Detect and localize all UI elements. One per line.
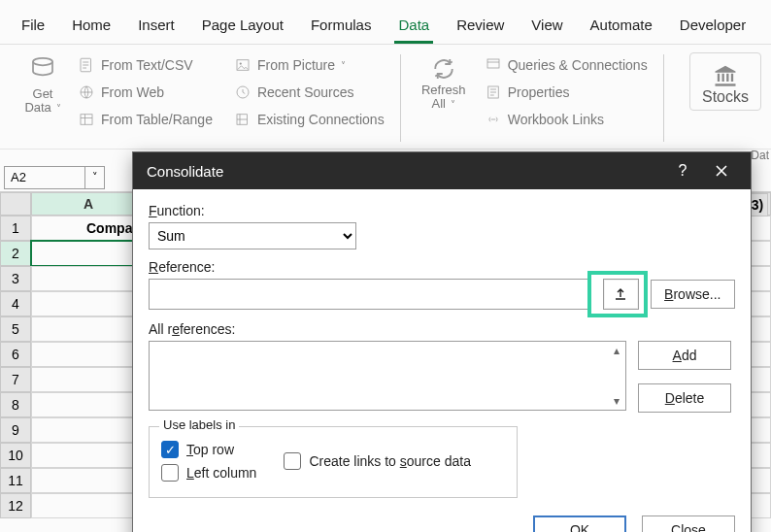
cell-a6[interactable]: [31, 342, 146, 367]
scroll-down-icon[interactable]: ▾: [610, 394, 623, 408]
all-references-list[interactable]: ▴ ▾: [149, 341, 626, 411]
from-web-button[interactable]: From Web: [74, 82, 217, 103]
cell-a4[interactable]: [31, 291, 146, 316]
menu-bar: File Home Insert Page Layout Formulas Da…: [0, 0, 771, 45]
name-box-value: A2: [11, 170, 26, 184]
globe-icon: [78, 83, 95, 101]
existing-connections-button[interactable]: Existing Connections: [230, 109, 388, 130]
row-header-6[interactable]: 6: [0, 342, 31, 367]
database-icon: [28, 54, 57, 83]
get-data-label2: Data: [24, 100, 50, 115]
queries-connections-button[interactable]: Queries & Connections: [481, 54, 652, 76]
left-column-label: Left column: [186, 465, 256, 481]
scroll-up-icon[interactable]: ▴: [610, 344, 623, 357]
recent-sources-button[interactable]: Recent Sources: [230, 82, 388, 103]
get-data-button[interactable]: Get Data ˅: [17, 52, 68, 116]
refresh-icon: [429, 54, 458, 83]
dialog-help-button[interactable]: ?: [663, 152, 702, 189]
use-labels-legend: Use labels in: [159, 417, 239, 432]
link-icon: [485, 111, 502, 128]
from-text-csv-button[interactable]: From Text/CSV: [74, 54, 217, 76]
row-header-11[interactable]: 11: [0, 468, 31, 493]
function-label: Function:: [149, 203, 735, 218]
cell-a3[interactable]: [31, 266, 146, 291]
reference-input[interactable]: [149, 279, 591, 310]
menu-automate[interactable]: Automate: [577, 7, 666, 43]
ribbon: Get Data ˅ From Text/CSV From Web From T…: [0, 45, 771, 150]
bank-icon: [709, 61, 742, 88]
menu-data[interactable]: Data: [385, 7, 443, 43]
from-table-range-button[interactable]: From Table/Range: [74, 109, 217, 130]
file-text-icon: [78, 56, 95, 74]
connections-icon: [234, 111, 251, 128]
left-column-checkbox[interactable]: [161, 464, 179, 482]
ribbon-group-label: Dat: [751, 149, 769, 162]
menu-review[interactable]: Review: [443, 7, 518, 43]
row-header-9[interactable]: 9: [0, 417, 31, 443]
properties-button[interactable]: Properties: [481, 82, 652, 103]
cell-a1[interactable]: Compan: [31, 216, 146, 241]
ribbon-group-queries: Refresh All ˅ Queries & Connections Prop…: [405, 52, 659, 130]
cell-a10[interactable]: [31, 443, 146, 468]
consolidate-dialog: Consolidate ? Function: Sum Reference: B…: [132, 151, 752, 532]
browse-button[interactable]: Browse...: [651, 280, 735, 309]
select-all-corner[interactable]: [0, 192, 31, 216]
create-links-label: Create links to source data: [309, 453, 471, 469]
cell-a5[interactable]: [31, 316, 146, 342]
from-picture-button[interactable]: From Picture ˅: [230, 54, 388, 76]
svg-rect-3: [81, 115, 92, 125]
svg-point-5: [240, 62, 242, 64]
menu-formulas[interactable]: Formulas: [297, 7, 386, 43]
create-links-checkbox[interactable]: [284, 452, 301, 470]
cell-a2[interactable]: [31, 241, 146, 266]
dialog-title: Consolidate: [147, 163, 223, 180]
row-header-2[interactable]: 2: [0, 241, 31, 266]
delete-button[interactable]: Delete: [638, 383, 731, 413]
cell-a12[interactable]: [31, 493, 146, 518]
properties-icon: [485, 83, 502, 101]
ok-button[interactable]: OK: [533, 515, 626, 532]
menu-page-layout[interactable]: Page Layout: [188, 7, 297, 43]
menu-view[interactable]: View: [518, 7, 576, 43]
row-header-7[interactable]: 7: [0, 367, 31, 392]
row-header-12[interactable]: 12: [0, 493, 31, 518]
recent-icon: [234, 83, 251, 101]
function-select[interactable]: Sum: [149, 222, 356, 249]
stocks-button[interactable]: Stocks: [689, 52, 761, 111]
menu-developer[interactable]: Developer: [666, 7, 759, 43]
cell-a9[interactable]: [31, 417, 146, 443]
row-header-5[interactable]: 5: [0, 316, 31, 342]
dialog-titlebar[interactable]: Consolidate ?: [133, 152, 751, 189]
close-icon: [715, 164, 728, 178]
col-header-a[interactable]: A: [31, 192, 146, 216]
cell-a8[interactable]: [31, 392, 146, 417]
top-row-label: Top row: [186, 442, 234, 457]
add-button[interactable]: Add: [638, 341, 731, 370]
row-header-1[interactable]: 1: [0, 216, 31, 241]
cell-a7[interactable]: [31, 367, 146, 392]
menu-insert[interactable]: Insert: [124, 7, 188, 43]
name-box-dropdown-icon[interactable]: ˅: [84, 167, 104, 188]
cell-a11[interactable]: [31, 468, 146, 493]
refresh-label2: All: [432, 96, 446, 111]
row-header-4[interactable]: 4: [0, 291, 31, 316]
row-header-3[interactable]: 3: [0, 266, 31, 291]
refresh-label1: Refresh: [421, 83, 466, 97]
dialog-close-button[interactable]: [702, 152, 741, 189]
tutorial-highlight: [587, 271, 648, 317]
picture-icon: [234, 56, 251, 74]
top-row-checkbox[interactable]: ✓: [161, 441, 179, 458]
refresh-all-button[interactable]: Refresh All ˅: [413, 52, 475, 112]
menu-file[interactable]: File: [8, 7, 58, 43]
get-data-label1: Get: [33, 87, 53, 101]
menu-home[interactable]: Home: [58, 7, 124, 43]
row-header-8[interactable]: 8: [0, 392, 31, 417]
table-icon: [78, 111, 95, 128]
name-box[interactable]: A2 ˅: [4, 166, 105, 189]
queries-icon: [485, 56, 502, 74]
close-button[interactable]: Close: [642, 515, 735, 532]
row-header-10[interactable]: 10: [0, 443, 31, 468]
workbook-links-button[interactable]: Workbook Links: [481, 109, 652, 130]
svg-point-0: [33, 58, 52, 66]
ribbon-group-get-transform: Get Data ˅ From Text/CSV From Web From T…: [10, 52, 396, 130]
